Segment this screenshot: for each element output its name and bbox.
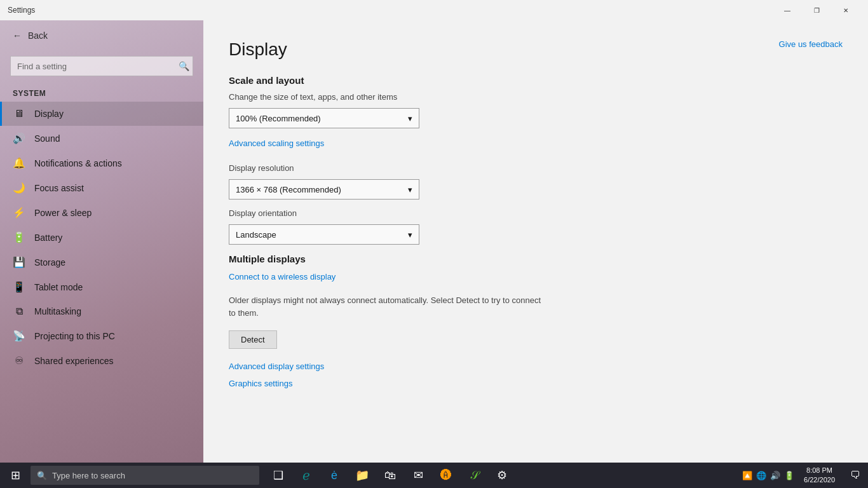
search-input[interactable]: [10, 56, 193, 76]
notification-button[interactable]: 🗨: [843, 463, 868, 488]
orientation-label: Display orientation: [229, 208, 843, 218]
main-content: Give us feedback Display Scale and layou…: [203, 20, 868, 463]
taskbar-ie[interactable]: ė: [320, 463, 348, 488]
taskbar-search-bar[interactable]: 🔍 Type here to search: [31, 466, 259, 485]
power-icon: ⚡: [13, 207, 25, 219]
taskbar-search-icon: 🔍: [37, 471, 47, 480]
sidebar-item-label-storage: Storage: [34, 257, 65, 268]
multitasking-icon: ⧉: [13, 306, 25, 317]
taskbar-explorer[interactable]: 📁: [348, 463, 376, 488]
focus-icon: 🌙: [13, 182, 25, 194]
feedback-link[interactable]: Give us feedback: [779, 39, 843, 49]
explorer-icon: 📁: [355, 468, 369, 482]
taskbar-mail[interactable]: ✉: [404, 463, 432, 488]
sidebar-item-label-sound: Sound: [34, 133, 60, 144]
sidebar-item-projecting[interactable]: 📡 Projecting to this PC: [0, 323, 203, 348]
taskbar-store[interactable]: 🛍: [376, 463, 404, 488]
sidebar-item-multitasking[interactable]: ⧉ Multitasking: [0, 299, 203, 323]
sidebar-item-label-projecting: Projecting to this PC: [34, 331, 115, 341]
taskbar-amazon[interactable]: 🅐: [432, 463, 460, 488]
sidebar-item-label-notifications: Notifications & actions: [34, 158, 122, 168]
taskbar-app8[interactable]: 𝒮: [460, 463, 488, 488]
start-icon: ⊞: [11, 468, 20, 482]
resolution-selected-value: 868 × 488 (Recommended): [236, 185, 341, 194]
detect-button[interactable]: Detect: [229, 330, 277, 349]
app-body: ← Back 🔍 System 🖥 Display 🔊 Sound 🔔 Noti…: [0, 20, 868, 463]
multiple-displays-title: Multiple displays: [229, 254, 843, 264]
sidebar-item-label-tablet: Tablet mode: [34, 282, 83, 292]
ie-icon: ė: [331, 469, 337, 482]
taskbar-settings[interactable]: ⚙: [488, 463, 516, 488]
amazon-icon: 🅐: [440, 469, 452, 482]
sidebar-item-label-power: Power & sleep: [34, 208, 92, 218]
resolution-dropdown-chevron: ▾: [408, 185, 412, 194]
titlebar: Settings — ❐ ✕: [0, 0, 868, 20]
sidebar-item-power[interactable]: ⚡ Power & sleep: [0, 200, 203, 225]
search-icon-button[interactable]: 🔍: [179, 61, 189, 71]
sidebar-item-label-multitasking: Multitasking: [34, 306, 81, 316]
edge-icon: ℯ: [302, 468, 310, 483]
back-label: Back: [28, 30, 48, 41]
tray-battery-icon[interactable]: 🔋: [782, 471, 796, 480]
connect-wireless-link[interactable]: Connect to a wireless display: [229, 272, 336, 281]
back-button[interactable]: ← Back: [0, 20, 203, 51]
clock-time: 8:08 PM: [806, 466, 832, 475]
resolution-label: Display resolution: [229, 163, 843, 173]
tray-network-icon[interactable]: 🌐: [754, 471, 768, 480]
start-button[interactable]: ⊞: [0, 463, 31, 488]
titlebar-controls: — ❐ ✕: [773, 0, 860, 20]
scale-layout-title: Scale and layout: [229, 75, 843, 86]
close-button[interactable]: ✕: [831, 0, 860, 20]
sidebar-item-tablet[interactable]: 📱 Tablet mode: [0, 274, 203, 299]
graphics-settings-link[interactable]: Graphics settings: [229, 379, 292, 388]
advanced-scaling-link[interactable]: Advanced scaling settings: [229, 139, 324, 148]
titlebar-title: Settings: [8, 6, 773, 15]
sidebar: ← Back 🔍 System 🖥 Display 🔊 Sound 🔔 Noti…: [0, 20, 203, 463]
sidebar-item-label-display: Display: [34, 109, 64, 119]
battery-icon: 🔋: [13, 231, 25, 243]
maximize-button[interactable]: ❐: [802, 0, 831, 20]
sidebar-item-notifications[interactable]: 🔔 Notifications & actions: [0, 151, 203, 175]
sidebar-item-shared[interactable]: ♾ Shared experiences: [0, 348, 203, 373]
settings-icon: ⚙: [497, 468, 507, 482]
minimize-button[interactable]: —: [773, 0, 802, 20]
notification-icon: 🗨: [850, 470, 860, 481]
taskbar: ⊞ 🔍 Type here to search ❑ ℯ ė 📁 🛍 ✉ 🅐 𝒮: [0, 463, 868, 488]
sidebar-item-label-focus: Focus assist: [34, 183, 84, 193]
projecting-icon: 📡: [13, 330, 25, 342]
sidebar-search-container: 🔍: [10, 56, 193, 76]
tray-sound-icon[interactable]: 🔊: [768, 471, 782, 480]
app8-icon: 𝒮: [470, 469, 478, 482]
storage-icon: 💾: [13, 256, 25, 268]
taskbar-clock[interactable]: 8:08 PM 6/22/2020: [796, 463, 843, 488]
tray-expand-icon[interactable]: 🔼: [740, 471, 754, 480]
clock-date: 6/22/2020: [804, 475, 835, 485]
page-title: Display: [229, 39, 843, 60]
taskbar-search-text: Type here to search: [52, 471, 125, 480]
orientation-selected-value: Landscape: [236, 230, 276, 240]
sidebar-item-storage[interactable]: 💾 Storage: [0, 250, 203, 274]
taskbar-right: 🔼 🌐 🔊 🔋 8:08 PM 6/22/2020 🗨: [740, 463, 868, 488]
scale-dropdown[interactable]: 100% (Recommended) ▾: [229, 108, 419, 128]
sound-icon: 🔊: [13, 132, 25, 144]
sidebar-item-sound[interactable]: 🔊 Sound: [0, 126, 203, 151]
orientation-dropdown-chevron: ▾: [408, 230, 412, 240]
taskbar-task-view[interactable]: ❑: [264, 463, 292, 488]
advanced-display-link[interactable]: Advanced display settings: [229, 362, 843, 371]
task-view-icon: ❑: [273, 468, 283, 482]
detect-description: Older displays might not always connect …: [229, 294, 546, 319]
sidebar-item-display[interactable]: 🖥 Display: [0, 102, 203, 126]
scale-selected-value: 100% (Recommended): [236, 114, 321, 123]
resolution-dropdown[interactable]: 868 × 488 (Recommended) ▾: [229, 179, 419, 200]
notifications-icon: 🔔: [13, 157, 25, 169]
sidebar-item-battery[interactable]: 🔋 Battery: [0, 225, 203, 250]
taskbar-edge[interactable]: ℯ: [292, 463, 320, 488]
scale-dropdown-chevron: ▾: [408, 114, 412, 123]
tablet-icon: 📱: [13, 281, 25, 293]
sidebar-item-label-battery: Battery: [34, 233, 62, 243]
back-icon: ←: [13, 30, 22, 41]
sidebar-item-focus[interactable]: 🌙 Focus assist: [0, 175, 203, 200]
shared-icon: ♾: [13, 355, 25, 367]
sidebar-item-label-shared: Shared experiences: [34, 356, 114, 366]
orientation-dropdown[interactable]: Landscape ▾: [229, 224, 419, 245]
